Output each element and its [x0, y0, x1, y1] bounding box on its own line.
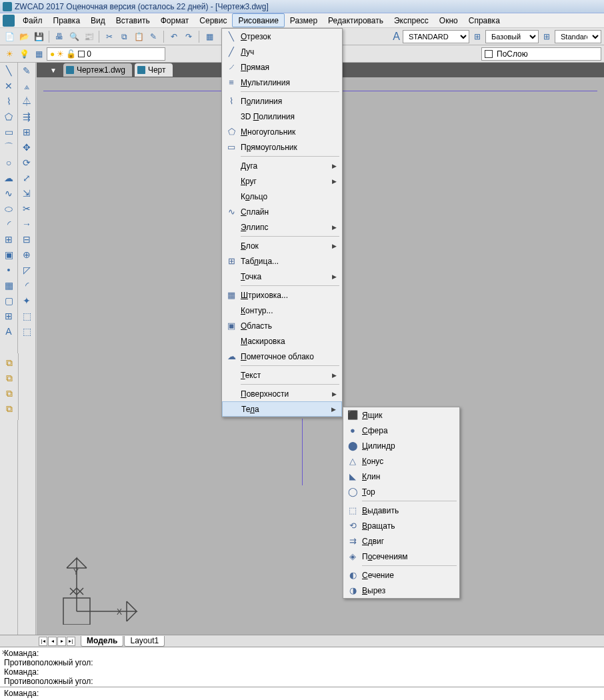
- extend-icon[interactable]: →: [20, 217, 33, 231]
- match-icon[interactable]: ✎: [147, 30, 160, 43]
- menu-item[interactable]: ⬚Выдавить: [343, 503, 459, 518]
- group2-icon[interactable]: ⧉: [3, 371, 16, 385]
- mod18-icon[interactable]: ⬚: [20, 325, 33, 338]
- circle-tool-icon[interactable]: ○: [2, 156, 15, 169]
- table-style-icon[interactable]: ⊞: [540, 30, 553, 43]
- file-tab[interactable]: Черт: [135, 63, 173, 77]
- menu-item[interactable]: Круг▶: [222, 173, 342, 189]
- tab-nav-buttons[interactable]: |◂◂▸▸|: [39, 637, 75, 646]
- scale-icon[interactable]: ⤢: [20, 171, 33, 185]
- tool-a-icon[interactable]: ▦: [203, 30, 216, 43]
- menu-item[interactable]: Поверхности▶: [222, 386, 342, 401]
- bulb-icon[interactable]: 💡: [17, 47, 31, 61]
- move-icon[interactable]: ✥: [20, 141, 33, 154]
- menu-item[interactable]: ⊞Таблица...: [222, 253, 342, 269]
- rotate-icon[interactable]: ⟳: [20, 156, 33, 169]
- menu-item[interactable]: ⬛Ящик: [343, 407, 459, 423]
- menu-item[interactable]: Контур...: [222, 303, 342, 318]
- menu-item[interactable]: ◑Вырез: [343, 583, 459, 598]
- color-dropdown[interactable]: ПоСлою: [481, 47, 601, 61]
- group3-icon[interactable]: ⧉: [3, 387, 16, 400]
- menu-item[interactable]: 3D Полилиния: [222, 109, 342, 124]
- file-tab[interactable]: Чертеж1.dwg: [63, 63, 132, 77]
- menu-item[interactable]: △Конус: [343, 453, 459, 469]
- paste-icon[interactable]: 📋: [132, 30, 145, 43]
- ellipsearc-tool-icon[interactable]: ◜: [2, 217, 15, 231]
- menu-item[interactable]: ⬤Цилиндр: [343, 438, 459, 453]
- fillet-icon[interactable]: ◜: [20, 279, 33, 292]
- spline-tool-icon[interactable]: ∿: [2, 187, 15, 200]
- line-tool-icon[interactable]: ╲: [2, 64, 15, 77]
- sun-icon[interactable]: ☀: [3, 47, 16, 61]
- menu-item[interactable]: Эллипс▶: [222, 219, 342, 235]
- menu-item[interactable]: ▦Штриховка...: [222, 287, 342, 303]
- menu-файл[interactable]: Файл: [17, 13, 48, 27]
- cut-icon[interactable]: ✂: [103, 30, 116, 43]
- menu-item[interactable]: ⟲Вращать: [343, 518, 459, 533]
- table-style-dropdown[interactable]: Standard: [555, 30, 601, 43]
- revcloud-tool-icon[interactable]: ☁: [2, 171, 15, 185]
- array-icon[interactable]: ⊞: [20, 125, 33, 139]
- menu-item[interactable]: ◣Клин: [343, 469, 459, 484]
- dim-style-icon[interactable]: ⊞: [471, 30, 484, 43]
- ellipse-tool-icon[interactable]: ⬭: [2, 202, 15, 215]
- mod2-icon[interactable]: ⟁: [20, 79, 33, 93]
- menu-item[interactable]: Точка▶: [222, 269, 342, 284]
- layout-tab[interactable]: Модель: [81, 636, 123, 647]
- menu-item[interactable]: ⬠Многоугольник: [222, 124, 342, 139]
- hatch-tool-icon[interactable]: ▦: [2, 279, 15, 292]
- redo-icon[interactable]: ↷: [182, 30, 195, 43]
- table-tool-icon[interactable]: ⊞: [2, 309, 15, 323]
- publish-icon[interactable]: 📰: [82, 30, 95, 43]
- pline-tool-icon[interactable]: ⌇: [2, 95, 15, 108]
- undo-icon[interactable]: ↶: [167, 30, 181, 43]
- menu-размер[interactable]: Размер: [285, 13, 323, 27]
- tab-dropdown-icon[interactable]: ▼: [50, 67, 57, 74]
- menu-item[interactable]: Маскировка: [222, 333, 342, 349]
- menu-экспресс[interactable]: Экспресс: [389, 13, 434, 27]
- xline-tool-icon[interactable]: ✕: [2, 79, 15, 93]
- polygon-tool-icon[interactable]: ⬠: [2, 110, 15, 123]
- layer-tool-icon[interactable]: ▦: [32, 47, 45, 61]
- point-tool-icon[interactable]: •: [2, 263, 15, 277]
- menu-item[interactable]: ☁Пометочное облако: [222, 349, 342, 364]
- menu-item[interactable]: ◈Посечениям: [343, 549, 459, 564]
- arc-tool-icon[interactable]: ⌒: [2, 141, 15, 154]
- menu-item[interactable]: ⌇Полилиния: [222, 93, 342, 109]
- mirror-icon[interactable]: ⏃: [20, 95, 33, 108]
- offset-icon[interactable]: ⇶: [20, 110, 33, 123]
- app-menu-icon[interactable]: [3, 15, 15, 27]
- menu-item[interactable]: ●Сфера: [343, 423, 459, 438]
- command-input[interactable]: Команда:: [0, 687, 604, 700]
- insert-tool-icon[interactable]: ⊞: [2, 233, 15, 246]
- menu-item[interactable]: ≡Мультилиния: [222, 75, 342, 90]
- layer-dropdown[interactable]: ●☀🔓 0: [47, 47, 165, 61]
- group1-icon[interactable]: ⧉: [3, 356, 16, 369]
- text-style-dropdown[interactable]: STANDARD: [403, 30, 469, 43]
- menu-item[interactable]: Блок▶: [222, 238, 342, 253]
- preview-icon[interactable]: 🔍: [67, 30, 81, 43]
- explode-icon[interactable]: ✦: [20, 294, 33, 307]
- save-icon[interactable]: 💾: [32, 30, 45, 43]
- open-icon[interactable]: 📂: [17, 30, 31, 43]
- close-icon[interactable]: ✕: [1, 649, 7, 656]
- chamfer-icon[interactable]: ◸: [20, 263, 33, 277]
- menu-вставить[interactable]: Вставить: [111, 13, 155, 27]
- menu-окно[interactable]: Окно: [434, 13, 463, 27]
- menu-item[interactable]: ◐Сечение: [343, 567, 459, 583]
- menu-справка[interactable]: Справка: [463, 13, 505, 27]
- mod1-icon[interactable]: ✎: [20, 64, 33, 77]
- menu-item[interactable]: ⇉Сдвиг: [343, 533, 459, 549]
- menu-вид[interactable]: Вид: [85, 13, 111, 27]
- dim-style-dropdown[interactable]: Базовый: [485, 30, 539, 43]
- copy-icon[interactable]: ⧉: [117, 30, 131, 43]
- join-icon[interactable]: ⊕: [20, 248, 33, 261]
- menu-формат[interactable]: Формат: [155, 13, 195, 27]
- menu-редактировать[interactable]: Редактировать: [323, 13, 389, 27]
- menu-item[interactable]: ▣Область: [222, 318, 342, 333]
- menu-item[interactable]: Кольцо: [222, 189, 342, 204]
- menu-рисование[interactable]: Рисование: [232, 13, 284, 27]
- menu-item[interactable]: Текст▶: [222, 367, 342, 383]
- stretch-icon[interactable]: ⇲: [20, 187, 33, 200]
- menu-item[interactable]: Тела▶: [222, 401, 342, 417]
